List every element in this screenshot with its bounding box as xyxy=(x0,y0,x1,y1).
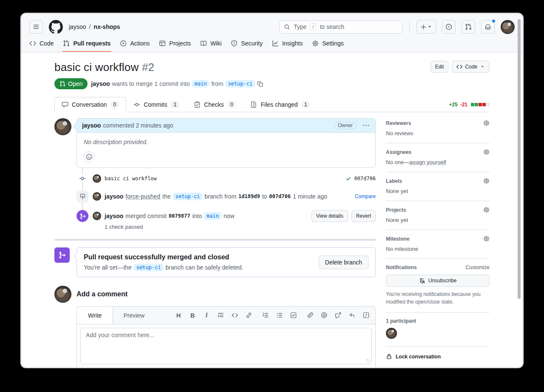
participant-avatar[interactable] xyxy=(386,328,397,339)
issues-button[interactable] xyxy=(442,20,456,34)
comment-textarea[interactable] xyxy=(80,328,372,364)
nav-tab-settings[interactable]: Settings xyxy=(309,37,347,52)
section-title: 1 participant xyxy=(386,318,416,324)
gear-icon[interactable] xyxy=(483,178,490,184)
tab-write[interactable]: Write xyxy=(77,307,113,324)
nav-tab-code[interactable]: Code xyxy=(26,37,57,52)
commit-message[interactable]: basic ci workflow xyxy=(105,176,157,182)
numbered-list-button[interactable] xyxy=(262,312,269,319)
breadcrumb-owner[interactable]: jaysoo xyxy=(69,23,86,30)
tab-files-changed[interactable]: Files changed1 xyxy=(243,97,317,112)
comment-discussion-icon xyxy=(62,101,68,108)
page-scrollbar[interactable] xyxy=(518,19,521,299)
event-actor[interactable]: jaysoo xyxy=(105,193,123,200)
hamburger-menu-button[interactable] xyxy=(29,20,43,34)
quote-icon xyxy=(218,312,224,318)
event-actor[interactable]: jaysoo xyxy=(105,213,123,219)
tab-preview[interactable]: Preview xyxy=(113,312,155,319)
force-pushed-link[interactable]: force-pushed xyxy=(125,193,160,200)
head-branch-label[interactable]: setup-ci xyxy=(225,80,255,88)
customize-link[interactable]: Customize xyxy=(465,264,490,270)
nav-tab-actions[interactable]: Actions xyxy=(116,37,153,52)
kebab-menu-icon[interactable]: ··· xyxy=(363,122,370,129)
comment-author[interactable]: jaysoo xyxy=(82,122,101,129)
nav-tab-pull-requests[interactable]: Pull requests xyxy=(60,37,114,52)
from-sha[interactable]: 1d189d9 xyxy=(238,193,260,199)
nav-tab-projects[interactable]: Projects xyxy=(156,37,194,52)
attach-file-button[interactable] xyxy=(306,312,313,319)
git-pull-request-icon xyxy=(465,23,472,30)
check-passed-icon[interactable] xyxy=(346,176,351,182)
comment-author-avatar[interactable] xyxy=(54,118,71,135)
base-branch-label[interactable]: main xyxy=(204,212,221,220)
tab-count: 0 xyxy=(227,101,236,108)
edit-button[interactable]: Edit xyxy=(431,61,449,73)
mention-button[interactable] xyxy=(320,312,327,319)
search-icon xyxy=(284,24,290,30)
nav-tab-insights[interactable]: Insights xyxy=(269,37,306,52)
section-title: Assignees xyxy=(386,149,411,155)
bold-button[interactable]: B xyxy=(189,312,196,319)
notifications-inbox-button[interactable] xyxy=(481,20,495,34)
pr-author[interactable]: jaysoo xyxy=(91,80,110,87)
breadcrumb-repo[interactable]: nx-shops xyxy=(94,23,120,30)
user-avatar[interactable] xyxy=(501,20,515,34)
diffstat-deletions: -21 xyxy=(460,102,468,108)
heading-button[interactable]: H xyxy=(175,312,182,319)
event-actor-avatar[interactable] xyxy=(93,212,101,220)
head-branch-label[interactable]: setup-ci xyxy=(173,193,203,200)
code-button[interactable] xyxy=(231,312,238,319)
slash-commands-button[interactable] xyxy=(363,312,369,319)
bullet-list-button[interactable] xyxy=(276,312,283,319)
git-pull-request-icon xyxy=(60,81,65,87)
check-status-text[interactable]: 1 check passed xyxy=(105,224,376,230)
link-button[interactable] xyxy=(245,312,252,319)
search-input[interactable]: Type / to search xyxy=(279,20,402,34)
to-sha[interactable]: 007d706 xyxy=(269,193,291,199)
cross-reference-button[interactable] xyxy=(334,312,341,319)
gear-icon[interactable] xyxy=(483,149,490,155)
head-branch-label[interactable]: setup-ci xyxy=(134,264,164,271)
gear-icon[interactable] xyxy=(483,236,490,242)
commit-event: basic ci workflow 007d706 xyxy=(54,170,376,187)
code-dropdown-button[interactable]: Code xyxy=(452,61,490,73)
compare-link[interactable]: Compare xyxy=(355,193,376,199)
pr-state-badge: Open xyxy=(54,78,88,89)
pull-requests-button[interactable] xyxy=(462,20,475,34)
delete-branch-button[interactable]: Delete branch xyxy=(319,256,368,269)
bullet-list-icon xyxy=(276,312,283,318)
event-actor-avatar[interactable] xyxy=(93,192,101,201)
tab-checks[interactable]: Checks0 xyxy=(187,97,243,112)
nav-tab-security[interactable]: Security xyxy=(227,37,266,52)
gear-icon[interactable] xyxy=(483,120,490,126)
search-placeholder-post: to search xyxy=(320,23,344,30)
lock-conversation-button[interactable]: Lock conversation xyxy=(386,347,490,366)
comment-header: jaysoo commented 2 minutes ago Owner ··· xyxy=(77,119,375,133)
tab-commits[interactable]: Commits1 xyxy=(126,97,187,112)
saved-replies-button[interactable] xyxy=(348,312,355,319)
copy-branch-icon[interactable] xyxy=(257,81,264,87)
sidebar-section-milestone: Milestone No milestone xyxy=(386,230,490,259)
tab-conversation[interactable]: Conversation0 xyxy=(54,97,126,112)
assign-yourself-link[interactable]: assign yourself xyxy=(409,159,446,165)
create-new-button[interactable] xyxy=(416,20,436,34)
base-branch-label[interactable]: main xyxy=(192,80,209,88)
revert-button[interactable]: Revert xyxy=(351,210,376,222)
header-divider xyxy=(409,22,410,31)
unsubscribe-button[interactable]: Unsubscribe xyxy=(386,275,490,287)
add-reaction-button[interactable] xyxy=(84,151,95,162)
merged-sha[interactable]: 0079877 xyxy=(169,213,190,219)
italic-button[interactable]: I xyxy=(203,312,210,319)
quote-button[interactable] xyxy=(217,312,224,319)
assignees-empty-text: No one— xyxy=(386,159,409,165)
gear-icon[interactable] xyxy=(483,207,490,213)
task-list-button[interactable] xyxy=(290,312,297,319)
commit-author-avatar[interactable] xyxy=(93,174,101,183)
pr-tabnav: Conversation0 Commits1 Checks0 Files cha… xyxy=(54,97,490,112)
view-details-button[interactable]: View details xyxy=(312,210,348,222)
nav-tab-wiki[interactable]: Wiki xyxy=(197,37,225,52)
github-logo[interactable] xyxy=(49,20,63,34)
section-title: Notifications xyxy=(386,264,417,270)
owner-badge[interactable]: Owner xyxy=(334,122,357,129)
commit-sha[interactable]: 007d706 xyxy=(354,176,376,182)
